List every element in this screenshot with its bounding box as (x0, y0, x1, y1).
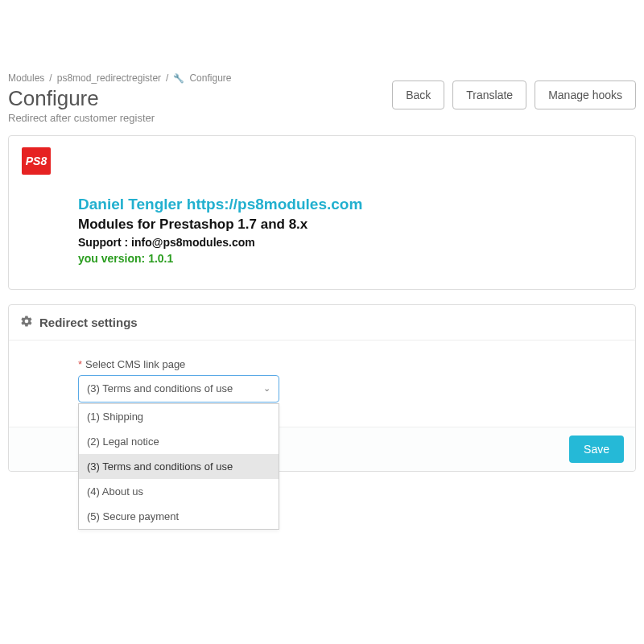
cms-dropdown-list: (1) Shipping(2) Legal notice(3) Terms an… (78, 403, 279, 530)
version-label: you version: 1.0.1 (78, 252, 622, 265)
breadcrumb-configure: Configure (189, 72, 231, 84)
cms-option[interactable]: (2) Legal notice (79, 429, 279, 454)
page-title: Configure (8, 87, 155, 110)
settings-heading-text: Redirect settings (39, 316, 138, 329)
wrench-icon: 🔧 (173, 73, 184, 84)
translate-button[interactable]: Translate (452, 80, 526, 109)
breadcrumb-sep: / (166, 72, 168, 84)
settings-panel: Redirect settings *Select CMS link page … (8, 304, 636, 472)
ps8-logo-icon: PS8 (22, 147, 51, 175)
cms-option[interactable]: (5) Secure payment (79, 504, 279, 529)
page-subtitle: Redirect after customer register (8, 112, 155, 124)
settings-heading: Redirect settings (9, 305, 635, 341)
cms-option[interactable]: (1) Shipping (79, 404, 279, 429)
chevron-down-icon: ⌄ (263, 383, 270, 394)
author-link[interactable]: Daniel Tengler https://ps8modules.com (78, 196, 622, 213)
breadcrumb-modules[interactable]: Modules (8, 72, 44, 84)
select-cms-label: *Select CMS link page (78, 358, 622, 370)
gears-icon (20, 315, 33, 330)
cms-option[interactable]: (3) Terms and conditions of use (79, 454, 279, 479)
select-cms-label-text: Select CMS link page (85, 358, 185, 370)
modules-for-label: Modules for Prestashop 1.7 and 8.x (78, 217, 622, 233)
select-value: (3) Terms and conditions of use (87, 382, 233, 394)
required-star: * (78, 358, 82, 370)
manage-hooks-button[interactable]: Manage hooks (535, 80, 636, 109)
cms-option[interactable]: (4) About us (79, 479, 279, 504)
breadcrumb-module-name[interactable]: ps8mod_redirectregister (57, 72, 161, 84)
breadcrumb-sep: / (49, 72, 52, 84)
back-button[interactable]: Back (392, 80, 444, 109)
cms-page-select[interactable]: (3) Terms and conditions of use ⌄ (1) Sh… (78, 375, 279, 402)
save-button[interactable]: Save (569, 436, 624, 463)
info-panel: PS8 Daniel Tengler https://ps8modules.co… (8, 135, 636, 290)
support-label: Support : info@ps8modules.com (78, 236, 622, 249)
